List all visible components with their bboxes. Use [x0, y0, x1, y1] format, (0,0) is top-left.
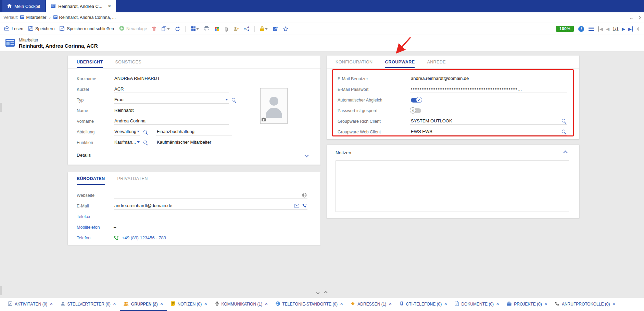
save-close-button[interactable]: Speichern und schließen	[60, 26, 114, 32]
collapse-panel-icon[interactable]	[316, 291, 320, 295]
tab-konfiguration[interactable]: KONFIGURATION	[336, 56, 372, 68]
lock-icon[interactable]	[260, 26, 268, 32]
voip-call-icon[interactable]	[302, 203, 307, 208]
breadcrumb-item-mitarbeiter[interactable]: Mitarbeiter	[20, 15, 46, 20]
tab-buerodaten[interactable]: BÜRODATEN	[77, 172, 105, 185]
email-benutzer-input[interactable]: andrea.reinhardt@domain.de	[410, 75, 567, 82]
close-icon[interactable]: ✕	[108, 4, 111, 9]
abteilung-select[interactable]: Verwaltung	[114, 128, 140, 135]
close-icon[interactable]: ✕	[265, 302, 268, 306]
refresh-icon[interactable]	[175, 26, 180, 32]
notes-textarea[interactable]	[336, 160, 569, 212]
menu-icon[interactable]	[589, 27, 594, 31]
globe-icon[interactable]	[302, 193, 307, 198]
delete-icon[interactable]	[152, 26, 156, 32]
bottom-tab-telefonie-standorte[interactable]: TELEFONIE-STANDORTE (0) ✕	[272, 298, 347, 311]
close-icon[interactable]: ✕	[444, 302, 447, 306]
nav-next-icon[interactable]: ▶	[622, 26, 625, 32]
kuerzel-input[interactable]: ACR	[114, 86, 229, 93]
webseite-input[interactable]	[114, 192, 307, 199]
chevron-down-icon[interactable]	[137, 131, 140, 132]
email-passwort-input[interactable]: ••••••••••••••••••••••••••••••••••••••••…	[410, 86, 567, 93]
nav-last-icon[interactable]: ▶	[628, 26, 633, 32]
call-icon[interactable]	[114, 235, 119, 240]
chevron-down-icon[interactable]	[167, 28, 170, 30]
close-icon[interactable]: ✕	[204, 302, 207, 306]
chevron-down-icon[interactable]	[137, 141, 140, 143]
close-icon[interactable]: ✕	[496, 302, 499, 306]
close-icon[interactable]: ✕	[50, 302, 53, 306]
name-input[interactable]: Reinhardt	[114, 107, 229, 114]
favorite-star-icon[interactable]	[283, 26, 288, 31]
tab-anrede[interactable]: ANREDE	[427, 56, 446, 68]
rich-client-input[interactable]: SYSTEM OUTLOOK	[410, 118, 567, 125]
chevron-down-icon[interactable]	[304, 153, 309, 157]
chevron-down-icon[interactable]	[196, 28, 199, 30]
close-icon[interactable]: ✕	[544, 302, 547, 306]
forward-icon[interactable]	[273, 26, 278, 31]
bottom-tab-gruppen[interactable]: GRUPPEN (2) ✕	[120, 298, 167, 311]
apps-grid-icon[interactable]	[191, 26, 199, 31]
info-icon[interactable]	[578, 26, 584, 32]
bottom-tab-projekte[interactable]: PROJEKTE (0) ✕	[503, 298, 551, 311]
abteilung-detail-input[interactable]: Finanzbuchhaltung	[156, 128, 232, 135]
expand-panel-icon[interactable]	[324, 291, 328, 295]
tab-record-reinhardt[interactable]: Reinhardt, Andrea C... ✕	[46, 0, 116, 12]
zoom-badge[interactable]: 100%	[556, 26, 574, 32]
bottom-tab-adressen[interactable]: ADRESSEN (1) ✕	[347, 298, 395, 311]
mobiltelefon-link-label[interactable]: Mobiltelefon	[77, 225, 114, 230]
bottom-tab-cti-telefone[interactable]: CTI-TELEFONE (0) ✕	[396, 298, 451, 311]
share-network-icon[interactable]	[244, 26, 249, 31]
telefax-link-label[interactable]: Telefax	[77, 214, 114, 219]
close-icon[interactable]: ✕	[340, 302, 343, 306]
new-button[interactable]: Neuanlage	[119, 26, 147, 32]
vorname-input[interactable]: Andrea Corinna	[114, 118, 229, 125]
left-panel-handle[interactable]	[0, 286, 2, 295]
history-back-icon[interactable]: ←	[629, 15, 634, 21]
copy-icon[interactable]	[162, 26, 170, 31]
breadcrumb-item-record[interactable]: Reinhardt, Andrea Corinna, ...	[53, 15, 116, 20]
abgleich-toggle-on[interactable]	[411, 98, 421, 103]
office-colors-icon[interactable]	[214, 26, 219, 31]
bottom-tab-stellvertreter[interactable]: STELLVERTRETER (0) ✕	[57, 298, 120, 311]
email-input[interactable]: andrea.reinhardt@domain.de	[114, 202, 307, 210]
telefon-link-label[interactable]: Telefon	[77, 236, 114, 240]
print-icon[interactable]	[204, 26, 209, 31]
kurzname-input[interactable]: ANDREA REINHARDT	[114, 75, 229, 82]
camera-icon[interactable]	[262, 117, 266, 122]
chevron-down-icon[interactable]	[265, 28, 268, 30]
search-icon[interactable]	[561, 129, 566, 134]
left-panel-handle[interactable]	[0, 103, 2, 112]
read-button[interactable]: Lesen	[4, 26, 23, 32]
bottom-tab-aktivitaeten[interactable]: AKTIVITÄTEN (0) ✕	[4, 298, 57, 311]
typ-select[interactable]: Frau	[114, 96, 229, 104]
bottom-tab-notizen[interactable]: NOTIZEN (0) ✕	[167, 298, 211, 311]
chevron-down-icon[interactable]	[225, 99, 228, 100]
close-icon[interactable]: ✕	[113, 302, 116, 306]
tab-sonstiges[interactable]: SONSTIGES	[115, 56, 142, 68]
panel-collapse-icon[interactable]	[637, 27, 641, 31]
search-icon[interactable]	[231, 98, 236, 103]
close-icon[interactable]: ✕	[160, 302, 163, 306]
paperclip-icon[interactable]	[224, 26, 228, 32]
employee-photo-placeholder[interactable]	[260, 88, 288, 124]
bottom-tab-kommunikation[interactable]: KOMMUNIKATION (1) ✕	[211, 298, 272, 311]
search-icon[interactable]	[561, 119, 566, 123]
telefon-value-link[interactable]: +49 (89) 123456 - 789	[122, 235, 166, 240]
send-email-icon[interactable]	[294, 204, 299, 207]
nav-first-icon[interactable]: ◀	[598, 26, 603, 32]
details-expander[interactable]: Details	[68, 153, 320, 158]
tab-mein-cockpit[interactable]: Mein Cockpit	[2, 0, 45, 12]
search-icon[interactable]	[143, 140, 148, 145]
bottom-tab-dokumente[interactable]: DOKUMENTE (0) ✕	[451, 298, 503, 311]
close-icon[interactable]: ✕	[389, 302, 392, 306]
panel-toggle-icon[interactable]	[638, 16, 641, 19]
save-button[interactable]: Speichern	[28, 26, 54, 32]
nav-prev-icon[interactable]: ◀	[606, 26, 609, 32]
close-icon[interactable]: ✕	[612, 302, 615, 306]
funktion-select[interactable]: Kaufmän...	[114, 139, 140, 146]
bottom-tab-anrufprotokolle[interactable]: ANRUFPROTOKOLLE (0) ✕	[551, 298, 619, 311]
tab-groupware[interactable]: GROUPWARE	[385, 56, 415, 68]
web-client-input[interactable]: EWS EWS	[410, 128, 567, 135]
search-icon[interactable]	[143, 130, 148, 134]
